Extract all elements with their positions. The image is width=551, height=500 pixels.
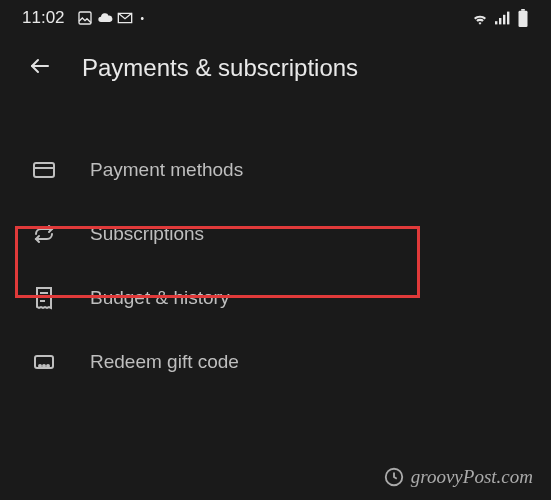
page-header: Payments & subscriptions — [0, 36, 551, 100]
menu-label: Payment methods — [90, 159, 243, 181]
svg-rect-4 — [507, 12, 509, 25]
dot-icon: • — [141, 13, 145, 24]
status-left: 11:02 • — [22, 8, 144, 28]
menu-item-budget-history[interactable]: Budget & history — [0, 266, 551, 330]
image-icon — [77, 10, 93, 26]
menu-label: Redeem gift code — [90, 351, 239, 373]
status-time: 11:02 — [22, 8, 65, 28]
menu-item-payment-methods[interactable]: Payment methods — [0, 138, 551, 202]
gift-code-icon — [32, 350, 56, 374]
watermark-text: groovyPost.com — [411, 466, 533, 488]
svg-rect-5 — [519, 11, 528, 27]
menu-list: Payment methods Subscriptions Budget & h… — [0, 138, 551, 394]
menu-item-subscriptions[interactable]: Subscriptions — [0, 202, 551, 266]
svg-rect-1 — [495, 21, 497, 24]
menu-label: Subscriptions — [90, 223, 204, 245]
svg-rect-6 — [521, 9, 525, 11]
receipt-icon — [32, 286, 56, 310]
battery-icon — [517, 9, 529, 27]
watermark: groovyPost.com — [383, 466, 533, 488]
gmail-icon — [117, 12, 133, 24]
menu-item-redeem-gift-code[interactable]: Redeem gift code — [0, 330, 551, 394]
credit-card-icon — [32, 158, 56, 182]
svg-rect-0 — [79, 12, 91, 24]
page-title: Payments & subscriptions — [82, 54, 358, 82]
svg-point-15 — [43, 365, 45, 367]
svg-rect-3 — [503, 15, 505, 25]
status-bar: 11:02 • — [0, 0, 551, 36]
status-right — [471, 9, 529, 27]
cloud-icon — [97, 10, 113, 26]
svg-rect-8 — [34, 163, 54, 177]
refresh-icon — [32, 222, 56, 246]
svg-point-16 — [47, 365, 49, 367]
wifi-icon — [471, 11, 489, 25]
svg-rect-2 — [499, 18, 501, 24]
svg-point-14 — [39, 365, 41, 367]
signal-icon — [495, 11, 511, 25]
status-icons-left: • — [77, 10, 145, 26]
back-button[interactable] — [28, 54, 52, 82]
menu-label: Budget & history — [90, 287, 229, 309]
